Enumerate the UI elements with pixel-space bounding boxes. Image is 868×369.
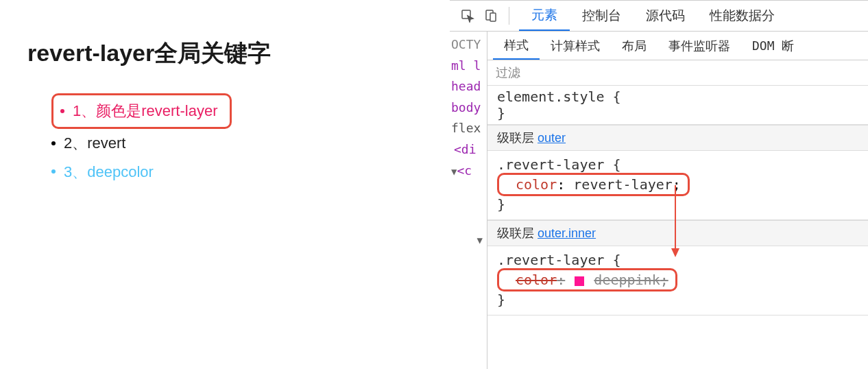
css-property[interactable]: color <box>516 176 557 193</box>
cascade-link[interactable]: outer.inner <box>538 226 596 240</box>
devtools-toolbar: 元素 控制台 源代码 性能数据分 <box>450 1 868 32</box>
styles-panel: 样式 计算样式 布局 事件监听器 DOM 断 过滤 element.style … <box>487 32 868 369</box>
tab-console[interactable]: 控制台 <box>570 1 634 31</box>
css-rule[interactable]: .revert-layer { color: deeppink; } <box>487 246 868 316</box>
dom-line[interactable]: <di <box>450 139 487 160</box>
tab-sources[interactable]: 源代码 <box>634 1 697 31</box>
selector: .revert-layer <box>497 156 605 173</box>
highlight-box: 1、颜色是revert-layer <box>51 93 232 129</box>
dom-line[interactable]: body <box>450 97 487 119</box>
dom-line[interactable]: OCTY <box>450 34 487 56</box>
dom-line[interactable]: head <box>450 76 487 97</box>
cascade-layer-header: 级联层 outer.inner <box>487 220 868 246</box>
dom-line[interactable]: flex <box>450 118 487 139</box>
example-list: 1、颜色是revert-layer 2、revert 3、deepcolor <box>27 93 422 186</box>
css-value[interactable]: deeppink <box>594 272 660 288</box>
close-brace: } <box>497 291 505 308</box>
list-item-text: 1、颜色是revert-layer <box>73 97 217 126</box>
css-value[interactable]: revert-layer <box>573 176 673 193</box>
selector: .revert-layer <box>497 252 605 268</box>
filter-input[interactable]: 过滤 <box>487 60 868 86</box>
cascade-label: 级联层 <box>497 226 534 240</box>
cascade-layer-header: 级联层 outer <box>487 125 868 151</box>
triangle-down-icon[interactable]: ▼ <box>477 233 483 249</box>
bullet-icon <box>60 109 64 113</box>
inspect-icon[interactable] <box>459 8 476 24</box>
color-swatch-icon[interactable] <box>575 276 584 286</box>
dom-line[interactable]: ▼<c <box>450 160 487 182</box>
list-item-text: 2、revert <box>64 129 125 158</box>
page-title: revert-layer全局关键字 <box>27 38 422 69</box>
dom-line[interactable]: ml l <box>450 56 487 77</box>
subtab-layout[interactable]: 布局 <box>611 32 658 60</box>
list-item: 3、deepcolor <box>51 158 422 187</box>
subtab-dom-breakpoints[interactable]: DOM 断 <box>741 32 805 60</box>
dom-line[interactable]: ▼ <box>450 229 487 250</box>
tab-elements[interactable]: 元素 <box>519 1 570 31</box>
list-item: 1、颜色是revert-layer <box>51 93 422 129</box>
open-brace: { <box>613 156 621 173</box>
css-rule[interactable]: .revert-layer { color: revert-layer; } <box>487 151 868 220</box>
css-property[interactable]: color <box>516 272 557 288</box>
highlight-box: color: deeppink; <box>497 268 677 291</box>
open-brace: { <box>613 252 621 268</box>
dom-tree[interactable]: OCTY ml l head body flex <di ▼<c ▼ <box>450 32 487 369</box>
close-brace: } <box>497 105 505 121</box>
subtab-listeners[interactable]: 事件监听器 <box>658 32 741 60</box>
open-brace: { <box>613 88 621 105</box>
svg-rect-2 <box>490 13 496 21</box>
subtab-styles[interactable]: 样式 <box>493 32 540 60</box>
selector: element.style <box>497 88 605 105</box>
styles-subtabs: 样式 计算样式 布局 事件监听器 DOM 断 <box>487 32 868 60</box>
device-icon[interactable] <box>483 8 499 24</box>
subtab-computed[interactable]: 计算样式 <box>540 32 611 60</box>
tab-performance[interactable]: 性能数据分 <box>697 1 787 31</box>
bullet-icon <box>51 169 56 174</box>
highlight-box: color: revert-layer; <box>497 173 690 196</box>
cascade-link[interactable]: outer <box>538 131 566 145</box>
devtools-panel: 元素 控制台 源代码 性能数据分 OCTY ml l head body fle… <box>450 0 868 369</box>
page-preview: revert-layer全局关键字 1、颜色是revert-layer 2、re… <box>0 0 450 369</box>
cascade-label: 级联层 <box>497 131 534 145</box>
bullet-icon <box>51 141 56 145</box>
separator <box>509 7 509 25</box>
close-brace: } <box>497 196 505 213</box>
element-style-rule[interactable]: element.style { } <box>487 86 868 125</box>
list-item: 2、revert <box>51 129 422 158</box>
list-item-text: 3、deepcolor <box>64 158 154 187</box>
